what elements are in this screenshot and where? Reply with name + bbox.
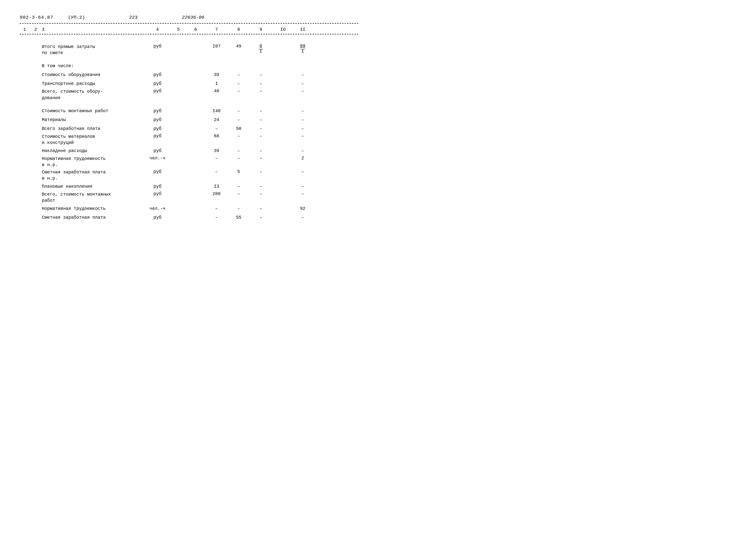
header: 902-3-64.87 (УП.2) 223 22636-06 [20,15,358,20]
row-stoimost-montazh: Стоимость монтажных работ руб I48 – – – [20,107,358,115]
col-header-10: IO [273,27,293,32]
row-vsego-oborud: Всего, стоимость обору- дования руб 40 –… [20,88,358,101]
cell-3-vsego-montazh: Всего, стоимость монтажных работ [42,191,145,204]
col-header-11: II [293,27,312,32]
cell-3-norm-trudoemkost-np: Нормативная трудоемкость в н.р. [42,156,145,168]
col-header-6: 6 [187,27,204,32]
cell-11-itogo: 89 I [293,44,312,54]
row-stoimost-oborud: Стоимость оборудования руб 39 – – – [20,71,358,79]
doc-code: 22636-06 [182,15,204,20]
cell-3-norm-trudoemkost: Нормативная трудоемкость [42,206,145,211]
cell-3-smetnaya-zp-np: Сметная заработная плата в н.р. [42,169,145,181]
row-materialy: Материалы руб 24 – – – [20,115,358,124]
cell-7-itogo: I87 [204,44,229,49]
col-header-3: 3 [42,27,145,32]
row-vsego-montazh: Всего, стоимость монтажных работ руб 200… [20,191,358,204]
cell-3-smetnaya-zp: Сметная заработная плата [42,215,145,220]
row-norm-trudoemkost: Нормативная трудоемкость чел.-ч – – – 92 [20,204,358,213]
cell-3-materialy: Материалы [42,117,145,122]
cell-3-nakladnye: Накладнне расходы [42,148,145,153]
row-smetnaya-zp: Сметная заработная плата руб – 55 – – [20,213,358,222]
page-number: 223 [129,15,138,20]
col-header-8: 8 [229,27,249,32]
cell-3-stoimost-mat-konstr: Стоимость материалов и конструций [42,134,145,146]
cell-3-stoimost-oborud: Стоимость оборудования [42,72,145,77]
col-header-7: 7 [204,27,229,32]
cell-3-vsego-oborud: Всего, стоимость обору- дования [42,89,145,101]
cell-4-itogo: руб [145,44,170,49]
row-nakladnye: Накладнне расходы руб 39 – – – [20,146,358,155]
row-smetnaya-zp-np: Сметная заработная плата в н.р. руб – 5 … [20,169,358,182]
cell-3-vtomchisle: В том числе: [42,63,145,68]
row-stoimost-mat-konstr: Стоимость материалов и конструций руб 68… [20,133,358,146]
col-header-4: 4 [145,27,170,32]
cell-3-itogo: Итого прямые затраты по смете [42,44,145,56]
cell-8-itogo: 49 [229,44,249,49]
top-divider [20,23,358,24]
cell-3-stoimost-montazh: Стоимость монтажных работ [42,109,145,113]
up-label: (УП.2) [68,15,85,20]
row-itogo: Итого прямые затраты по смете руб I87 49… [20,43,358,56]
col-header-9: 9 [249,27,273,32]
table-body: Итого прямые затраты по смете руб I87 49… [20,38,358,222]
row-planovye: Плановые накопления руб I3 – – – [20,182,358,191]
gap-2 [20,56,358,61]
cell-3-vsego-zp: Всего заработная плата [42,126,145,131]
col-header-5: 5 [170,27,187,32]
cell-3-transport: Транспортнне расходы [42,81,145,86]
col-header-1: 1 [20,27,29,32]
doc-number: 902-3-64.87 [20,15,53,20]
row-norm-trudoemkost-np: Нормативная трудоемкость в н.р. чел.-ч –… [20,155,358,168]
column-headers: 1 2 3 4 5 6 7 8 9 IO II [20,25,358,34]
row-vtomchisle: В том числе: [20,61,358,71]
col-header-2: 2 [29,27,42,32]
cell-3-planovye: Плановые накопления [42,184,145,189]
row-vsego-zp: Всего заработная плата руб – 50 – – [20,124,358,133]
gap-3 [20,102,358,107]
gap-1 [20,38,358,43]
row-transport: Транспортнне расходы руб I – – – [20,79,358,88]
cell-9-itogo: 6 I [249,44,273,54]
